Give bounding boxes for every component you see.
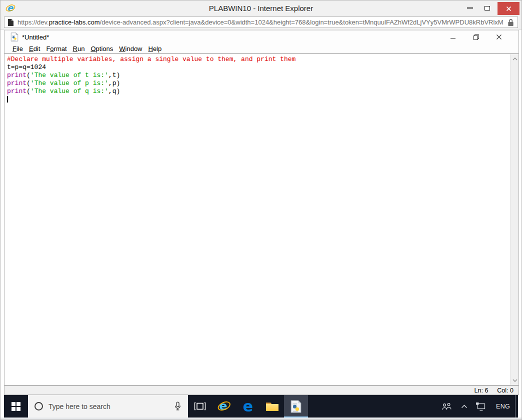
code-area: #Declare multiple variables, assign a si… xyxy=(4,54,518,104)
chevron-up-icon xyxy=(512,58,518,60)
close-icon xyxy=(506,6,512,12)
code-editor[interactable]: #Declare multiple variables, assign a si… xyxy=(4,54,518,386)
code-line: #Declare multiple variables, assign a si… xyxy=(7,56,518,64)
code-line: print('The value of q is:',q) xyxy=(7,88,518,96)
url-path: /device-advanced.aspx?client=java&device… xyxy=(100,18,504,26)
url-domain: practice-labs.com xyxy=(49,18,100,26)
idle-minimize-icon xyxy=(450,34,456,40)
menu-item-edit[interactable]: Edit xyxy=(26,45,43,52)
search-placeholder: Type here to search xyxy=(48,402,168,410)
edge-icon: e xyxy=(243,399,253,414)
idle-window: *Untitled* FileEditFormatRunOptionsWindo… xyxy=(4,30,519,395)
windows-logo-icon xyxy=(12,402,20,411)
idle-close-icon xyxy=(496,34,502,40)
page-icon xyxy=(8,18,14,26)
vertical-scrollbar[interactable] xyxy=(510,54,518,385)
minimize-icon xyxy=(467,8,473,8)
menu-item-run[interactable]: Run xyxy=(70,45,88,52)
chevron-up-tray-icon xyxy=(461,404,468,408)
cortana-icon xyxy=(34,402,43,410)
taskbar: Type here to search e e xyxy=(4,395,518,418)
url-prefix: https://dev. xyxy=(18,18,49,26)
minimize-button[interactable] xyxy=(462,1,478,15)
address-bar[interactable]: https://dev.practice-labs.com/device-adv… xyxy=(4,16,518,28)
touch-keyboard-icon xyxy=(476,402,487,411)
svg-text:e: e xyxy=(7,3,14,13)
search-box[interactable]: Type here to search xyxy=(28,395,188,418)
idle-window-title: *Untitled* xyxy=(22,34,49,41)
code-line: print('The value of t is:',t) xyxy=(7,72,518,80)
start-button[interactable] xyxy=(4,395,28,418)
page-bottom-strip xyxy=(0,418,522,420)
window-title: PLABWIN10 - Internet Explorer xyxy=(0,4,522,12)
touch-keyboard-button[interactable] xyxy=(472,395,491,418)
system-tray: ENG xyxy=(437,395,518,418)
status-line-indicator: Ln: 6 xyxy=(474,387,488,394)
remote-desktop: *Untitled* FileEditFormatRunOptionsWindo… xyxy=(0,30,522,420)
menu-item-window[interactable]: Window xyxy=(116,45,145,52)
taskbar-edge-button[interactable]: e xyxy=(236,395,260,418)
taskbar-ie-button[interactable]: e xyxy=(212,395,236,418)
ie-logo-icon: e xyxy=(6,3,16,13)
ie-titlebar: e PLABWIN10 - Internet Explorer xyxy=(0,0,522,16)
chevron-down-icon xyxy=(512,379,518,382)
idle-restore-button[interactable] xyxy=(464,31,488,43)
close-button[interactable] xyxy=(498,2,520,15)
folder-icon xyxy=(266,402,278,411)
lock-icon xyxy=(507,18,514,26)
python-file-icon xyxy=(10,32,18,42)
internet-explorer-icon: e xyxy=(218,400,231,413)
menu-item-help[interactable]: Help xyxy=(146,45,165,52)
task-view-button[interactable] xyxy=(188,395,212,418)
url-text: https://dev.practice-labs.com/device-adv… xyxy=(18,18,504,26)
show-hidden-icons-button[interactable] xyxy=(457,395,472,418)
maximize-button[interactable] xyxy=(478,1,496,15)
microphone-icon[interactable] xyxy=(174,402,182,411)
taskbar-explorer-button[interactable] xyxy=(260,395,284,418)
code-line: print('The value of p is:',p) xyxy=(7,80,518,88)
scroll-down-button[interactable] xyxy=(510,376,518,384)
idle-minimize-button[interactable] xyxy=(442,31,464,43)
address-bar-row: https://dev.practice-labs.com/device-adv… xyxy=(0,16,522,30)
status-bar: Ln: 6 Col: 0 xyxy=(4,386,518,394)
idle-close-button[interactable] xyxy=(488,31,510,43)
idle-restore-icon xyxy=(473,34,480,40)
menu-item-file[interactable]: File xyxy=(10,45,26,52)
show-desktop-button[interactable] xyxy=(516,395,518,418)
code-line xyxy=(7,96,518,104)
task-view-icon xyxy=(194,402,206,410)
python-doc-icon xyxy=(290,400,302,413)
people-icon xyxy=(441,402,453,410)
scroll-up-button[interactable] xyxy=(510,54,518,63)
text-cursor xyxy=(7,96,8,102)
idle-titlebar: *Untitled* xyxy=(4,30,518,44)
code-line: t=p=q=1024 xyxy=(7,64,518,72)
menu-item-options[interactable]: Options xyxy=(88,45,116,52)
idle-menubar: FileEditFormatRunOptionsWindowHelp xyxy=(4,44,518,54)
taskbar-idle-button[interactable] xyxy=(284,395,308,418)
maximize-icon xyxy=(484,6,490,10)
menu-item-format[interactable]: Format xyxy=(43,45,70,52)
status-col-indicator: Col: 0 xyxy=(497,387,514,394)
people-button[interactable] xyxy=(437,395,457,418)
language-indicator[interactable]: ENG xyxy=(491,403,515,410)
